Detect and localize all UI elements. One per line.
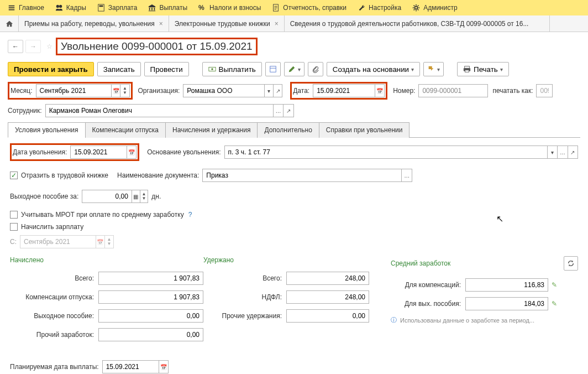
menu-admin[interactable]: Администр [407, 0, 463, 15]
other-earn-input[interactable] [99, 329, 203, 341]
reflect-checkbox[interactable] [10, 172, 18, 179]
page-title: Увольнение 0099-000001 от 15.09.2021 [56, 38, 258, 55]
vac-comp-input[interactable] [99, 291, 203, 303]
pay-button[interactable]: Выплатить [202, 62, 262, 76]
accrued-total-label: Всего: [10, 274, 98, 282]
calendar-icon[interactable]: 📅 [111, 85, 120, 97]
ndfl-label: НДФЛ: [203, 293, 286, 301]
open-icon[interactable]: ↗ [273, 85, 282, 97]
chevron-down-icon[interactable]: ▾ [547, 146, 557, 158]
menu-settings[interactable]: Настройка [352, 0, 407, 15]
month-input[interactable] [36, 85, 112, 97]
tab-certificates[interactable]: Справки при увольнении [319, 122, 410, 138]
open-icon[interactable]: ↗ [568, 146, 578, 158]
tab-additional[interactable]: Дополнительно [257, 122, 319, 138]
menu-salary-label: Зарплата [108, 4, 138, 12]
vac-comp-label: Компенсации отпуска: [10, 293, 98, 301]
severance-days-input[interactable] [82, 190, 132, 202]
calendar-icon[interactable]: 📅 [375, 85, 384, 97]
org-input[interactable] [183, 85, 264, 97]
refresh-button[interactable] [564, 256, 578, 271]
printer-icon [463, 65, 471, 73]
calc-salary-checkbox[interactable] [10, 223, 18, 231]
menu-salary[interactable]: Зарплата [92, 0, 143, 15]
chevron-down-icon[interactable]: ▾ [264, 85, 273, 97]
severance-unit: дн. [151, 193, 161, 200]
save-button[interactable]: Записать [97, 62, 141, 76]
create-based-button[interactable]: Создать на основании▾ [327, 62, 420, 76]
print-as-label: печатать как: [492, 87, 533, 95]
header: ← → ☆ Увольнение 0099-000001 от 15.09.20… [0, 32, 588, 60]
print-button[interactable]: Печать▾ [457, 62, 509, 76]
calculator-icon [97, 4, 105, 12]
severance-calc-input[interactable] [99, 310, 203, 322]
spinner-icon[interactable]: ▲▼ [140, 190, 148, 202]
menu-main[interactable]: Главное [2, 0, 50, 15]
dismiss-date-group: Дата увольнения: 📅 [10, 143, 139, 161]
menu-taxes-label: Налоги и взносы [209, 4, 261, 12]
menu-reports[interactable]: Отчетность, справки [266, 0, 352, 15]
document-icon [272, 4, 280, 12]
close-icon[interactable]: × [159, 20, 163, 28]
ellipsis-icon[interactable]: … [273, 105, 283, 117]
ellipsis-icon[interactable]: … [557, 146, 567, 158]
home-button[interactable] [0, 15, 19, 32]
menu-hr[interactable]: Кадры [50, 0, 92, 15]
docname-input[interactable] [203, 169, 401, 181]
reason-input[interactable] [225, 146, 547, 158]
ndfl-input[interactable] [287, 291, 369, 303]
dismiss-date-input[interactable] [71, 146, 127, 158]
dismiss-date-label: Дата увольнения: [13, 148, 67, 156]
spinner-icon[interactable]: ▲▼ [120, 85, 129, 97]
tab-etk[interactable]: Электронные трудовые книжки × [169, 15, 285, 32]
help-icon[interactable]: ? [188, 211, 192, 219]
calculator-icon[interactable]: ▦ [132, 190, 140, 202]
refresh-icon [567, 259, 575, 267]
calendar-icon[interactable]: 📅 [127, 146, 136, 158]
number-input[interactable] [419, 85, 487, 97]
tab-szvtd[interactable]: Сведения о трудовой деятельности работни… [285, 15, 550, 32]
other-deduct-input[interactable] [287, 310, 369, 322]
withheld-total-input[interactable] [287, 272, 369, 284]
favorite-icon[interactable]: ☆ [46, 43, 53, 50]
back-button[interactable]: ← [8, 40, 23, 53]
tab-conditions[interactable]: Условия увольнения [8, 122, 86, 138]
close-icon[interactable]: × [275, 20, 279, 28]
open-icon[interactable]: ↗ [283, 105, 293, 117]
print-label: Печать [474, 65, 498, 74]
tab-accruals[interactable]: Начисления и удержания [165, 122, 258, 138]
date-label: Дата: [293, 87, 309, 95]
plan-pay-input[interactable] [103, 361, 159, 373]
edit-button[interactable]: ▾ [284, 62, 305, 76]
transfer-button[interactable]: ▾ [423, 62, 444, 76]
forward-button[interactable]: → [25, 40, 41, 53]
accrued-total-input[interactable] [99, 272, 203, 284]
calendar-icon[interactable]: 📅 [159, 361, 168, 373]
pencil-icon[interactable]: ✎ [552, 300, 557, 308]
mrot-checkbox[interactable] [10, 211, 18, 219]
cash-icon [208, 65, 216, 73]
attach-button[interactable] [308, 62, 323, 76]
card-button[interactable] [265, 62, 281, 76]
post-button[interactable]: Провести [144, 62, 189, 76]
pencil-icon[interactable]: ✎ [552, 281, 557, 289]
for-comp-input[interactable] [466, 279, 548, 291]
chevron-down-icon: ▾ [298, 66, 301, 72]
tab-hires[interactable]: Приемы на работу, переводы, увольнения × [19, 15, 169, 32]
bank-icon [148, 4, 156, 12]
ellipsis-icon[interactable]: … [401, 169, 412, 181]
post-close-button[interactable]: Провести и закрыть [8, 62, 94, 76]
print-as-input[interactable] [537, 85, 552, 97]
for-sev-input[interactable] [466, 298, 548, 310]
other-deduct-label: Прочие удержания: [203, 312, 286, 320]
tab-vacation-comp[interactable]: Компенсации отпуска [85, 122, 166, 138]
employee-label: Сотрудник: [8, 107, 42, 115]
severance-label: Выходное пособие за: [10, 193, 78, 200]
menu-payments[interactable]: Выплаты [143, 0, 193, 15]
employee-input[interactable] [46, 105, 273, 117]
gear-icon [412, 4, 420, 12]
org-label: Организация: [138, 87, 180, 95]
date-input[interactable] [313, 85, 375, 97]
menu-taxes[interactable]: % Налоги и взносы [193, 0, 266, 15]
number-label: Номер: [393, 87, 415, 95]
